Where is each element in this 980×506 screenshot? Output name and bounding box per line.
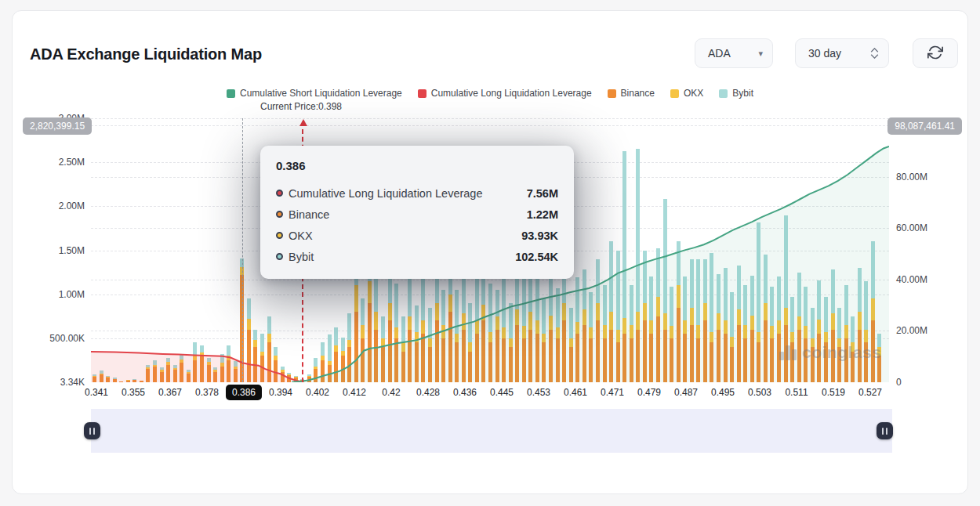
bar-stack[interactable] xyxy=(388,276,392,382)
bar-stack[interactable] xyxy=(213,367,217,382)
bar-stack[interactable] xyxy=(824,297,828,382)
bar-stack[interactable] xyxy=(126,380,130,382)
bar-stack[interactable] xyxy=(636,149,640,382)
bar-stack[interactable] xyxy=(328,334,332,382)
bar-stack[interactable] xyxy=(180,354,183,382)
bar-stack[interactable] xyxy=(361,298,365,382)
bar-stack[interactable] xyxy=(347,313,351,382)
bar-stack[interactable] xyxy=(509,303,513,382)
bar-stack[interactable] xyxy=(93,374,96,382)
slider-handle-right[interactable] xyxy=(877,422,893,439)
bar-stack[interactable] xyxy=(569,308,573,382)
bar-stack[interactable] xyxy=(696,259,700,382)
bar-stack[interactable] xyxy=(119,381,123,382)
bar-stack[interactable] xyxy=(804,287,808,382)
bar-stack[interactable] xyxy=(394,284,398,382)
bar-stack[interactable] xyxy=(575,277,579,382)
bar-stack[interactable] xyxy=(113,378,117,382)
bar-stack[interactable] xyxy=(670,287,673,382)
bar-stack[interactable] xyxy=(401,316,405,382)
zoom-slider-track[interactable] xyxy=(91,409,892,453)
bar-stack[interactable] xyxy=(622,151,626,382)
bar-stack[interactable] xyxy=(616,251,620,382)
bar-stack[interactable] xyxy=(307,374,311,382)
bar-stack[interactable] xyxy=(193,342,197,382)
bar-stack[interactable] xyxy=(690,259,694,382)
bar-stack[interactable] xyxy=(556,288,560,382)
bar-stack[interactable] xyxy=(522,269,526,382)
bar-stack[interactable] xyxy=(334,327,338,382)
bar-stack[interactable] xyxy=(314,358,318,382)
refresh-button[interactable] xyxy=(913,38,958,68)
bar-stack[interactable] xyxy=(441,290,445,382)
bar-stack[interactable] xyxy=(341,338,345,382)
bar-stack[interactable] xyxy=(475,268,479,382)
bar-stack[interactable] xyxy=(495,290,499,382)
bar-stack[interactable] xyxy=(160,367,164,382)
bar-stack[interactable] xyxy=(864,281,868,382)
bar-stack[interactable] xyxy=(415,305,419,382)
bar-stack[interactable] xyxy=(488,284,492,382)
legend-item-0[interactable]: Cumulative Short Liquidation Leverage xyxy=(227,88,402,99)
bar-stack[interactable] xyxy=(683,276,687,382)
bar-stack[interactable] xyxy=(790,297,794,382)
bar-stack[interactable] xyxy=(253,330,257,382)
bar-stack[interactable] xyxy=(281,367,285,382)
bar-stack[interactable] xyxy=(677,241,681,382)
bar-stack[interactable] xyxy=(421,276,425,382)
symbol-select[interactable]: ADA ▾ xyxy=(695,38,773,68)
bar-stack[interactable] xyxy=(831,269,835,382)
slider-handle-left[interactable] xyxy=(84,422,100,439)
legend-item-2[interactable]: Binance xyxy=(608,88,655,99)
bar-stack[interactable] xyxy=(710,253,713,382)
bar-stack[interactable] xyxy=(234,361,238,382)
bar-stack[interactable] xyxy=(858,268,862,382)
bar-stack[interactable] xyxy=(220,354,224,382)
bar-stack[interactable] xyxy=(166,358,170,382)
bar-stack[interactable] xyxy=(468,303,472,382)
period-select[interactable]: 30 day xyxy=(795,38,889,68)
bar-stack[interactable] xyxy=(609,241,613,382)
bar-stack[interactable] xyxy=(777,276,781,382)
bar-stack[interactable] xyxy=(583,269,586,382)
bar-stack[interactable] xyxy=(207,358,211,382)
bar-stack[interactable] xyxy=(656,248,660,382)
bar-stack[interactable] xyxy=(481,274,485,382)
bar-stack[interactable] xyxy=(247,298,251,382)
bar-stack[interactable] xyxy=(227,345,230,382)
bar-stack[interactable] xyxy=(515,266,519,382)
bar-stack[interactable] xyxy=(743,285,747,382)
bar-stack[interactable] xyxy=(100,370,103,382)
bar-stack[interactable] xyxy=(408,276,412,382)
bar-stack[interactable] xyxy=(200,345,204,382)
bar-stack[interactable] xyxy=(448,268,452,382)
legend-item-3[interactable]: OKX xyxy=(670,88,703,99)
legend-item-4[interactable]: Bybit xyxy=(719,88,753,99)
legend-item-1[interactable]: Cumulative Long Liquidation Leverage xyxy=(418,88,592,99)
bar-stack[interactable] xyxy=(274,347,278,382)
bar-stack[interactable] xyxy=(643,251,647,382)
bar-stack[interactable] xyxy=(844,285,848,382)
bar-stack[interactable] xyxy=(737,266,741,382)
bar-stack[interactable] xyxy=(140,381,143,382)
bar-stack[interactable] xyxy=(603,285,607,382)
bar-stack[interactable] xyxy=(132,379,136,382)
bar-stack[interactable] xyxy=(649,276,653,382)
bar-stack[interactable] xyxy=(770,287,774,382)
bar-stack[interactable] xyxy=(455,290,459,382)
bar-stack[interactable] xyxy=(381,316,385,382)
bar-stack[interactable] xyxy=(703,259,707,382)
bar-stack[interactable] xyxy=(730,292,734,382)
bar-stack[interactable] xyxy=(294,376,298,382)
bar-stack[interactable] xyxy=(589,292,593,382)
bar-stack[interactable] xyxy=(663,199,667,382)
bar-stack[interactable] xyxy=(462,278,466,382)
bar-stack[interactable] xyxy=(173,365,177,382)
bar-stack[interactable] xyxy=(187,370,191,382)
bar-stack[interactable] xyxy=(146,365,150,382)
bar-stack[interactable] xyxy=(260,334,264,382)
bar-stack[interactable] xyxy=(153,360,157,382)
bar-stack[interactable] xyxy=(630,285,633,382)
bar-stack[interactable] xyxy=(750,276,754,382)
bar-stack[interactable] xyxy=(428,308,432,382)
